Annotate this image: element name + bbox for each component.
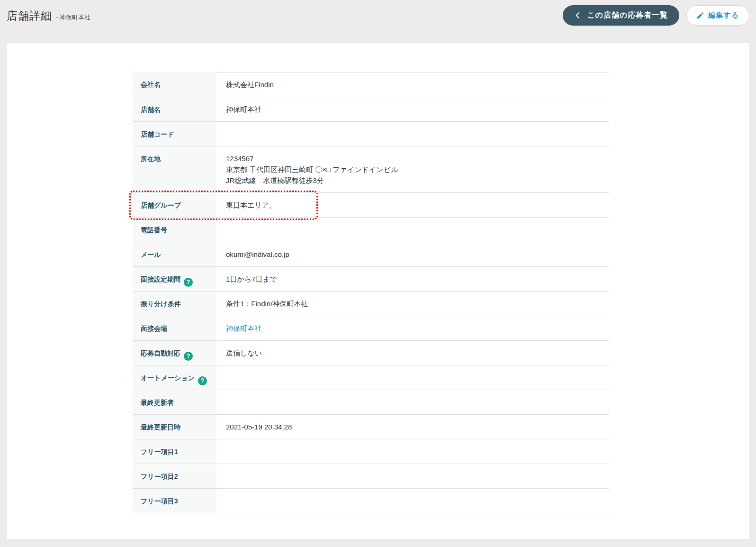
row-value-text: 送信しない: [226, 347, 599, 358]
row-label-text: フリー項目3: [141, 497, 178, 505]
header-actions: この店舗の応募者一覧 編集する: [563, 5, 749, 26]
row-label: 最終更新者: [133, 390, 216, 415]
row-label: 面接設定期間?: [133, 267, 216, 292]
table-row: 面接会場神保町本社: [133, 316, 609, 341]
row-label-text: フリー項目2: [141, 473, 178, 480]
row-value-text: 2021-05-19 20:34:28: [226, 421, 599, 432]
row-value: 条件1：Findin/神保町本社: [216, 292, 609, 316]
table-row: 最終更新者: [133, 390, 609, 415]
page-subtitle: - 神保町本社: [56, 13, 90, 22]
table-row: フリー項目1: [133, 439, 609, 464]
row-value: [216, 439, 609, 464]
row-label: 店舗コード: [133, 122, 216, 146]
row-label-text: 応募自動対応: [141, 349, 180, 357]
row-value: 神保町本社: [216, 316, 609, 341]
row-value: 送信しない: [216, 341, 609, 365]
row-value-text: 東京都 千代田区神田三崎町 〇×□ ファインドインビル: [226, 164, 599, 175]
applicants-list-button-label: この店舗の応募者一覧: [587, 10, 668, 20]
row-label: 店舗名: [133, 97, 216, 122]
table-row: 所在地1234567東京都 千代田区神田三崎町 〇×□ ファインドインビルJR総…: [133, 146, 609, 193]
row-label-text: 面接設定期間: [141, 275, 180, 283]
row-label: 店舗グループ: [133, 193, 216, 218]
row-value-text: 神保町本社: [226, 104, 599, 115]
page-header: 店舗詳細 - 神保町本社 この店舗の応募者一覧 編集する: [0, 0, 756, 43]
table-row: フリー項目2: [133, 464, 609, 489]
row-value: 2021-05-19 20:34:28: [216, 415, 609, 439]
row-label-text: 面接会場: [141, 325, 167, 332]
pencil-icon: [697, 12, 704, 19]
row-label-text: 所在地: [141, 155, 161, 163]
row-value-text: 東日本エリア、: [226, 200, 599, 210]
row-label-text: 店舗グループ: [141, 201, 181, 209]
table-row: オートメーション?: [133, 365, 609, 390]
table-row: 電話番号: [133, 218, 609, 242]
store-detail-card: 会社名株式会社Findin店舗名神保町本社店舗コード所在地1234567東京都 …: [7, 43, 749, 539]
row-value-text: okumi@indival.co.jp: [226, 249, 599, 260]
row-label-text: フリー項目1: [141, 448, 178, 456]
page-title-group: 店舗詳細 - 神保町本社: [7, 9, 90, 23]
row-value-text: 条件1：Findin/神保町本社: [226, 298, 599, 309]
row-value: 東日本エリア、: [216, 193, 609, 218]
row-label-text: メール: [141, 251, 161, 258]
table-row: 面接設定期間?1日から7日まで: [133, 267, 609, 292]
store-detail-table: 会社名株式会社Findin店舗名神保町本社店舗コード所在地1234567東京都 …: [133, 43, 609, 513]
table-row: 店舗名神保町本社: [133, 97, 609, 122]
row-value-text: 1234567: [226, 153, 599, 164]
row-value: 神保町本社: [216, 97, 609, 122]
row-label: 最終更新日時: [133, 415, 216, 439]
row-label-text: オートメーション: [141, 374, 195, 382]
row-value: 1234567東京都 千代田区神田三崎町 〇×□ ファインドインビルJR総武線 …: [216, 146, 609, 193]
row-value: 株式会社Findin: [216, 72, 609, 97]
row-value-text: JR総武線 水道橋駅都徒歩3分: [226, 175, 599, 186]
row-label: オートメーション?: [133, 365, 216, 390]
chevron-left-icon: [574, 12, 581, 19]
question-mark-icon[interactable]: ?: [184, 352, 193, 361]
row-label: 所在地: [133, 146, 216, 193]
row-value: [216, 122, 609, 146]
row-value: [216, 464, 609, 489]
row-label: メール: [133, 242, 216, 267]
row-label: フリー項目2: [133, 464, 216, 489]
table-row: 応募自動対応?送信しない: [133, 341, 609, 365]
page-title: 店舗詳細: [7, 9, 52, 23]
row-label-text: 電話番号: [141, 226, 167, 234]
row-label: フリー項目1: [133, 439, 216, 464]
row-value: [216, 489, 609, 513]
row-value: [216, 390, 609, 415]
row-label: フリー項目3: [133, 489, 216, 513]
row-label-text: 店舗名: [141, 106, 161, 113]
row-label: 電話番号: [133, 218, 216, 242]
row-label-text: 会社名: [141, 81, 161, 88]
table-row: 店舗コード: [133, 122, 609, 146]
row-label: 振り分け条件: [133, 292, 216, 316]
row-value: [216, 218, 609, 242]
applicants-list-button[interactable]: この店舗の応募者一覧: [563, 5, 679, 26]
table-row: 振り分け条件条件1：Findin/神保町本社: [133, 292, 609, 316]
table-row: メールokumi@indival.co.jp: [133, 242, 609, 267]
table-row: 最終更新日時2021-05-19 20:34:28: [133, 415, 609, 439]
edit-button[interactable]: 編集する: [686, 5, 749, 26]
row-label: 会社名: [133, 72, 216, 97]
row-label: 面接会場: [133, 316, 216, 341]
row-value: okumi@indival.co.jp: [216, 242, 609, 267]
row-label-text: 最終更新日時: [141, 423, 180, 431]
question-mark-icon[interactable]: ?: [198, 376, 207, 385]
row-label-text: 店舗コード: [141, 130, 174, 138]
table-row: 会社名株式会社Findin: [133, 72, 609, 97]
edit-button-label: 編集する: [708, 11, 739, 20]
row-value-text: 1日から7日まで: [226, 274, 599, 284]
row-value: 1日から7日まで: [216, 267, 609, 292]
table-row: フリー項目3: [133, 489, 609, 513]
row-label-text: 最終更新者: [141, 399, 174, 406]
table-row: 店舗グループ東日本エリア、: [133, 193, 609, 218]
row-label: 応募自動対応?: [133, 341, 216, 365]
row-label-text: 振り分け条件: [141, 300, 181, 308]
question-mark-icon[interactable]: ?: [184, 278, 193, 287]
row-value: [216, 365, 609, 390]
row-value-text: 株式会社Findin: [226, 79, 599, 90]
interview-venue-link[interactable]: 神保町本社: [226, 324, 261, 332]
